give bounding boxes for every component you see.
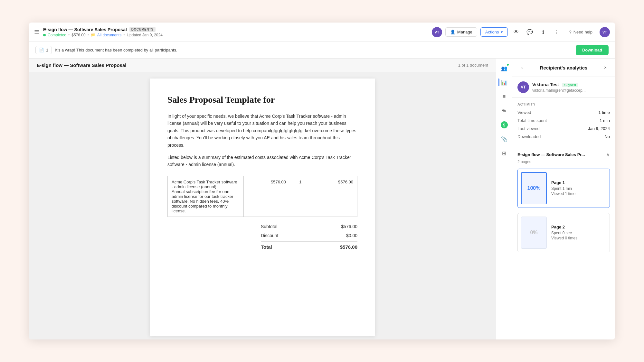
back-button[interactable]: ‹ <box>517 63 526 72</box>
downloaded-label: Downloaded <box>517 134 541 139</box>
analytics-icon-btn[interactable]: 📊 <box>498 77 510 88</box>
doc-para1: In light of your specific needs, we beli… <box>167 113 357 149</box>
docs-badge: DOCUMENTS <box>129 27 156 32</box>
doc-meta: Completed • $576.00 • 📁 All documents • … <box>43 33 163 37</box>
total-time-row: Total time spent 1 min <box>517 118 610 123</box>
notification-text: It's a wrap! This document has been comp… <box>55 48 177 52</box>
question-icon: ? <box>569 30 571 34</box>
manage-button[interactable]: 👤 Manage <box>445 27 477 37</box>
page1-percent: 100% <box>527 185 541 191</box>
list-icon-btn[interactable]: ≡ <box>498 91 510 102</box>
table-price: $576.00 <box>243 176 290 217</box>
total-time-label: Total time spent <box>517 118 547 123</box>
last-viewed-value: Jan 9, 2024 <box>588 126 610 131</box>
back-icon: ‹ <box>521 65 523 70</box>
table-total: $576.00 <box>311 176 357 217</box>
subtotal-label: Subtotal <box>261 224 277 229</box>
doc-title: E-sign flow — Software Sales Proposal <box>43 27 127 32</box>
panel-title: Recipient's analytics <box>540 65 588 70</box>
last-viewed-row: Last viewed Jan 9, 2024 <box>517 126 610 131</box>
viewed-value: 1 time <box>599 110 610 115</box>
dollar-icon: $ <box>501 121 508 128</box>
percent-icon: % <box>502 108 506 113</box>
attachment-icon-btn[interactable]: 📎 <box>498 133 510 145</box>
info-icon-btn[interactable]: ℹ <box>538 27 548 37</box>
all-documents-link[interactable]: All documents <box>97 33 121 37</box>
subtotal-row: Subtotal $576.00 <box>261 222 357 231</box>
topbar: ☰ E-sign flow — Software Sales Proposal … <box>29 23 615 42</box>
manage-icon: 👤 <box>450 30 455 34</box>
eye-icon-btn[interactable]: 👁 <box>511 27 521 37</box>
menu-icon[interactable]: ☰ <box>34 29 39 36</box>
page1-number: Page 1 <box>551 180 606 185</box>
close-button[interactable]: × <box>601 63 610 72</box>
grid-icon: ⊞ <box>502 150 506 156</box>
close-icon: × <box>604 65 607 70</box>
page1-info: Page 1 Spent 1 min Viewed 1 time <box>551 180 606 197</box>
last-viewed-label: Last viewed <box>517 126 540 131</box>
user-avatar[interactable]: VT <box>600 27 610 37</box>
page2-row[interactable]: 0% Page 2 Spent 0 sec Viewed 0 times <box>517 213 610 252</box>
attachment-icon: 📎 <box>501 136 507 142</box>
recipient-row: VT Viktoria Test Signed viktoria.malmgre… <box>512 77 615 98</box>
doc-title-row: E-sign flow — Software Sales Proposal DO… <box>43 27 163 32</box>
price-text: $576.00 <box>71 33 85 37</box>
more-options-btn[interactable]: ⋮ <box>552 27 562 37</box>
folder-icon: 📁 <box>91 33 95 37</box>
page-count-badge: 📄 1 <box>35 46 52 54</box>
collapse-icon[interactable]: ∧ <box>606 152 610 158</box>
updated-text: Updated Jan 9, 2024 <box>127 33 162 37</box>
dot-badge <box>507 64 509 66</box>
total-label: Total <box>261 244 272 250</box>
page1-row[interactable]: 100% Page 1 Spent 1 min Viewed 1 time <box>517 169 610 208</box>
doc-name: E-sign flow — Software Sales Proposal <box>37 62 126 68</box>
downloaded-row: Downloaded No <box>517 134 610 139</box>
doc-analytics-pages: 2 pages <box>517 160 610 164</box>
doc-analytics-header: E-sign flow — Software Sales Pr... ∧ <box>517 152 610 158</box>
downloaded-value: No <box>604 134 610 139</box>
help-button[interactable]: ? Need help <box>565 28 596 36</box>
doc-para2: Listed below is a summary of the estimat… <box>167 154 357 168</box>
download-button[interactable]: Download <box>576 45 609 55</box>
table-qty: 1 <box>290 176 311 217</box>
page2-percent: 0% <box>530 230 537 236</box>
actions-button[interactable]: Actions ▾ <box>480 27 508 37</box>
app-window: ☰ E-sign flow — Software Sales Proposal … <box>29 23 615 339</box>
percent-icon-btn[interactable]: % <box>498 105 510 116</box>
analytics-icon: 📊 <box>501 79 507 86</box>
topbar-right: VT 👤 Manage Actions ▾ 👁 💬 ℹ ⋮ ? Need hel… <box>432 27 610 37</box>
page-count: 1 <box>46 48 48 52</box>
doc-analytics-title: E-sign flow — Software Sales Pr... <box>517 152 585 157</box>
total-value: $576.00 <box>340 244 357 250</box>
topbar-left: ☰ E-sign flow — Software Sales Proposal … <box>34 27 432 37</box>
panel-header: ‹ Recipient's analytics × <box>512 59 615 77</box>
main-content: E-sign flow — Software Sales Proposal 1 … <box>29 59 615 339</box>
grid-icon-btn[interactable]: ⊞ <box>498 147 510 159</box>
user-avatar-small: VT <box>432 27 442 37</box>
doc-header: E-sign flow — Software Sales Proposal 1 … <box>29 59 496 72</box>
activity-section: ACTIVITY Viewed 1 time Total time spent … <box>512 98 615 147</box>
list-icon: ≡ <box>503 94 506 99</box>
panel-header-left: ‹ <box>517 63 526 72</box>
page2-spent: Spent 0 sec <box>551 231 606 235</box>
recipients-icon-btn[interactable]: 👥 <box>498 62 510 74</box>
notif-left: 📄 1 It's a wrap! This document has been … <box>35 46 177 54</box>
viewed-row: Viewed 1 time <box>517 110 610 115</box>
summary-table: Subtotal $576.00 Discount $0.00 Total $5… <box>261 222 357 252</box>
sidebar-icons: 👥 📊 ≡ % $ 📎 ⊞ <box>496 59 512 339</box>
recipient-avatar: VT <box>517 81 529 93</box>
page2-thumb: 0% <box>521 217 547 249</box>
viewed-label: Viewed <box>517 110 531 115</box>
status-dot <box>43 34 46 36</box>
table-item-desc: Annual subscription fee for one admin li… <box>172 189 240 213</box>
dollar-icon-btn[interactable]: $ <box>498 119 510 131</box>
recipient-info: Viktoria Test Signed viktoria.malmgren@g… <box>532 82 610 93</box>
total-time-value: 1 min <box>600 118 610 123</box>
doc-area: E-sign flow — Software Sales Proposal 1 … <box>29 59 496 339</box>
doc-page: Sales Proposal Template for In light of … <box>150 79 375 336</box>
signed-badge: Signed <box>562 83 578 87</box>
page2-number: Page 2 <box>551 225 606 229</box>
doc-analytics-section: E-sign flow — Software Sales Pr... ∧ 2 p… <box>512 147 615 262</box>
subtotal-value: $576.00 <box>341 224 357 229</box>
chat-icon-btn[interactable]: 💬 <box>525 27 535 37</box>
